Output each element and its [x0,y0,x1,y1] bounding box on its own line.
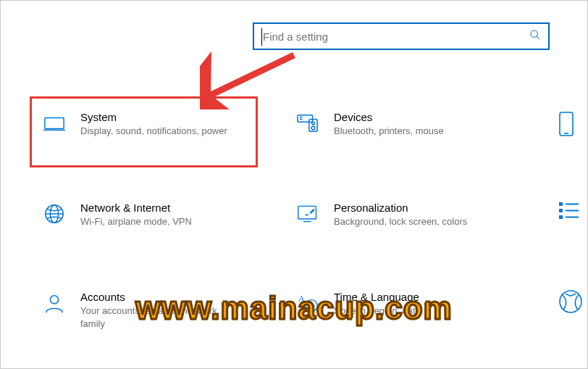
time-language-icon: A [296,292,319,314]
tile-desc: Your accounts, email, sync, work, family [80,304,232,330]
tile-apps-partial[interactable] [558,202,587,220]
tile-title: Personalization [334,202,467,214]
tile-devices[interactable]: Devices Bluetooth, printers, mouse [296,111,444,138]
svg-text:A: A [298,294,305,304]
devices-icon [296,112,319,134]
tile-accounts[interactable]: Accounts Your accounts, email, sync, wor… [43,291,232,330]
tile-system[interactable]: System Display, sound, notifications, po… [43,111,227,138]
tile-network[interactable]: Network & Internet Wi-Fi, airplane mode,… [43,202,192,228]
tile-title: Network & Internet [80,202,192,214]
tile-title: Devices [334,111,444,123]
svg-point-0 [531,30,537,37]
tile-gaming-partial[interactable] [558,289,587,314]
paint-icon [296,203,319,225]
svg-line-2 [211,55,294,95]
search-box[interactable] [253,22,550,50]
svg-point-10 [311,126,315,130]
search-input[interactable] [261,30,529,43]
annotation-arrow [200,51,308,109]
tile-desc: Display, sound, notifications, power [80,125,227,138]
tile-personalization[interactable]: Personalization Background, lock screen,… [296,202,467,228]
svg-point-24 [50,296,58,304]
svg-rect-11 [560,112,573,136]
svg-rect-5 [298,115,313,122]
svg-rect-20 [559,215,563,219]
tile-title: Time & Language [334,291,421,303]
tile-title: System [80,111,227,123]
account-icon [43,292,66,314]
tile-desc: Speech, region, date [334,304,421,318]
tile-desc: Wi-Fi, airplane mode, VPN [80,215,192,228]
display-icon [43,112,66,134]
svg-rect-3 [45,118,64,129]
tile-phone-partial[interactable] [558,111,587,137]
settings-window: System Display, sound, notifications, po… [0,0,588,369]
text-caret [261,28,262,46]
globe-icon [43,203,66,225]
svg-point-9 [312,122,315,125]
tile-desc: Background, lock screen, colors [334,215,467,228]
search-icon [529,29,541,43]
svg-rect-19 [559,209,563,212]
svg-line-1 [537,36,539,39]
tile-desc: Bluetooth, printers, mouse [334,125,444,138]
svg-rect-18 [559,202,563,206]
tile-title: Accounts [80,291,232,303]
tile-time-language[interactable]: A Time & Language Speech, region, date [296,291,421,318]
svg-rect-16 [298,206,316,219]
